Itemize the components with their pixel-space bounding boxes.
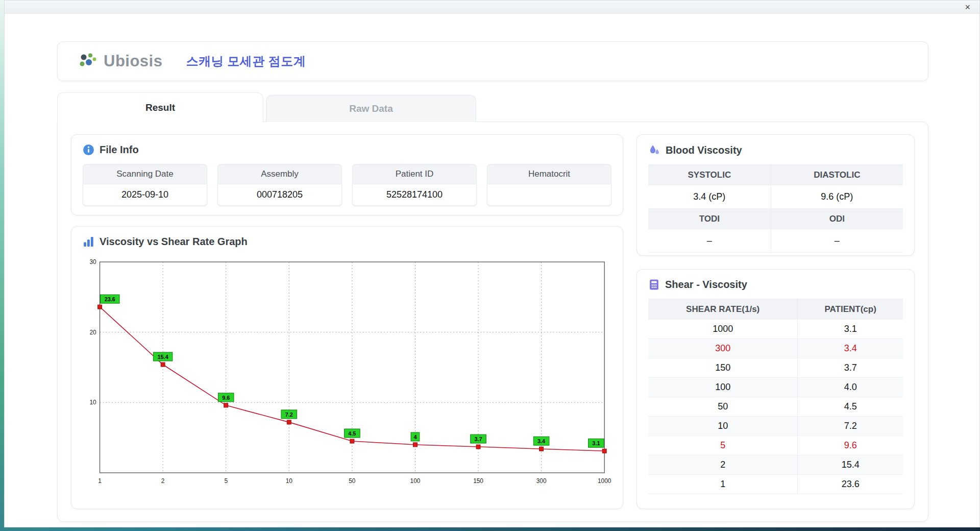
patient-column-header: PATIENT(cp) [798, 299, 903, 320]
tab-result-label: Result [145, 102, 175, 113]
shear-rate-cell: 1 [648, 475, 798, 494]
shear-rate-cell: 150 [648, 358, 798, 378]
svg-text:3.7: 3.7 [474, 436, 482, 442]
svg-text:1000: 1000 [598, 477, 611, 485]
logo-dots-icon [78, 52, 100, 70]
file-info-section: File Info Scanning Date2025-09-10Assembl… [71, 134, 623, 215]
shear-table-row: 107.2 [648, 417, 903, 436]
svg-text:5: 5 [224, 477, 228, 485]
svg-text:4: 4 [413, 434, 416, 440]
logo-text: Ubiosis [104, 52, 162, 70]
file-info-field: Assembly000718205 [217, 164, 342, 206]
svg-text:10: 10 [89, 399, 96, 406]
shear-rate-cell: 300 [648, 339, 798, 358]
file-info-field-value: 52528174100 [352, 184, 477, 206]
svg-text:23.6: 23.6 [105, 296, 115, 302]
svg-text:7.2: 7.2 [285, 412, 293, 418]
blood-viscosity-title: Blood Viscosity [666, 144, 742, 156]
todi-value: – [648, 229, 771, 253]
patient-viscosity-cell: 3.1 [798, 320, 903, 339]
shear-viscosity-section: Shear - Viscosity SHEAR RATE(1/s) PATIEN… [636, 269, 915, 509]
window-close-button[interactable]: × [962, 2, 973, 13]
shear-table-row: 504.5 [648, 397, 903, 417]
graph-section: Viscosity vs Shear Rate Graph 1020301251… [71, 226, 623, 509]
file-info-header: File Info [83, 144, 611, 156]
svg-text:150: 150 [473, 477, 483, 485]
systolic-header: SYSTOLIC [648, 165, 771, 185]
tab-bar: Result Raw Data [57, 92, 928, 122]
graph-header: Viscosity vs Shear Rate Graph [83, 236, 611, 248]
svg-text:2: 2 [161, 477, 165, 485]
shear-viscosity-title: Shear - Viscosity [665, 279, 747, 291]
shear-rate-cell: 2 [648, 455, 798, 475]
svg-text:9.6: 9.6 [222, 395, 230, 401]
shear-rate-cell: 10 [648, 417, 798, 436]
file-info-field: Hematocrit [487, 164, 611, 206]
svg-text:15.4: 15.4 [158, 354, 168, 360]
tab-raw-data-label: Raw Data [349, 103, 393, 114]
graph-title: Viscosity vs Shear Rate Graph [100, 236, 248, 248]
shear-table-row: 3003.4 [648, 339, 903, 358]
file-info-field: Scanning Date2025-09-10 [83, 164, 207, 206]
shear-rate-cell: 5 [648, 436, 798, 455]
file-info-field-label: Scanning Date [83, 164, 207, 184]
systolic-value: 3.4 (cP) [648, 185, 771, 209]
file-info-field: Patient ID52528174100 [352, 164, 477, 206]
calculator-icon [648, 279, 660, 291]
odi-value: – [771, 229, 903, 253]
shear-table-row: 215.4 [648, 455, 903, 475]
shear-table-header-row: SHEAR RATE(1/s) PATIENT(cp) [648, 299, 903, 320]
result-panel: File Info Scanning Date2025-09-10Assembl… [57, 122, 928, 522]
shear-rate-column-header: SHEAR RATE(1/s) [648, 299, 798, 320]
water-drops-icon [648, 144, 660, 156]
shear-rate-cell: 50 [648, 397, 798, 417]
bar-chart-icon [83, 236, 94, 248]
blood-viscosity-section: Blood Viscosity SYSTOLIC DIASTOLIC 3.4 (… [636, 134, 915, 256]
shear-rate-cell: 100 [648, 378, 798, 397]
file-info-field-label: Assembly [217, 164, 342, 184]
file-info-field-value [487, 184, 611, 206]
bv-value-row-1: 3.4 (cP) 9.6 (cP) [648, 185, 903, 209]
file-info-field-value: 2025-09-10 [83, 184, 207, 206]
shear-table-row: 1503.7 [648, 358, 903, 378]
svg-text:50: 50 [349, 477, 356, 485]
shear-rate-cell: 1000 [648, 320, 798, 339]
svg-text:3.1: 3.1 [592, 440, 600, 446]
svg-text:3.4: 3.4 [537, 438, 545, 444]
svg-text:10: 10 [286, 477, 293, 485]
right-column: Blood Viscosity SYSTOLIC DIASTOLIC 3.4 (… [636, 134, 915, 509]
svg-text:20: 20 [89, 329, 96, 336]
shear-table-row: 1004.0 [648, 378, 903, 397]
patient-viscosity-cell: 3.7 [798, 358, 903, 378]
bv-value-row-2: – – [648, 229, 903, 253]
file-info-fields: Scanning Date2025-09-10Assembly000718205… [83, 164, 611, 206]
app-header: Ubiosis 스캐닝 모세관 점도계 [57, 41, 928, 81]
shear-table-row: 10003.1 [648, 320, 903, 339]
tab-raw-data[interactable]: Raw Data [266, 95, 476, 122]
patient-viscosity-cell: 4.5 [798, 397, 903, 417]
app-window: × Ubiosis 스캐닝 모세관 점도계 Result [4, 0, 980, 527]
viscosity-chart: 1020301251050100150300100023.615.49.67.2… [83, 256, 611, 488]
blood-viscosity-table: SYSTOLIC DIASTOLIC 3.4 (cP) 9.6 (cP) TOD… [648, 164, 903, 253]
patient-viscosity-cell: 23.6 [798, 475, 903, 494]
window-titlebar: × [5, 1, 979, 14]
diastolic-header: DIASTOLIC [771, 165, 903, 185]
odi-header: ODI [771, 209, 903, 229]
svg-text:1: 1 [98, 477, 102, 485]
app-content: Ubiosis 스캐닝 모세관 점도계 Result Raw Data [5, 14, 979, 522]
patient-viscosity-cell: 3.4 [798, 339, 903, 358]
svg-text:300: 300 [536, 477, 547, 485]
patient-viscosity-cell: 4.0 [798, 378, 903, 397]
blood-viscosity-header: Blood Viscosity [648, 144, 903, 156]
file-info-field-label: Patient ID [352, 164, 477, 184]
shear-table-row: 123.6 [648, 475, 903, 494]
todi-header: TODI [648, 209, 771, 229]
svg-text:30: 30 [89, 258, 96, 266]
page-title: 스캐닝 모세관 점도계 [186, 53, 306, 69]
tab-result[interactable]: Result [57, 92, 263, 122]
left-column: File Info Scanning Date2025-09-10Assembl… [71, 134, 623, 509]
file-info-title: File Info [100, 144, 139, 156]
ubiosis-logo: Ubiosis [78, 52, 162, 70]
shear-viscosity-header: Shear - Viscosity [648, 279, 903, 291]
file-info-field-value: 000718205 [217, 184, 342, 206]
